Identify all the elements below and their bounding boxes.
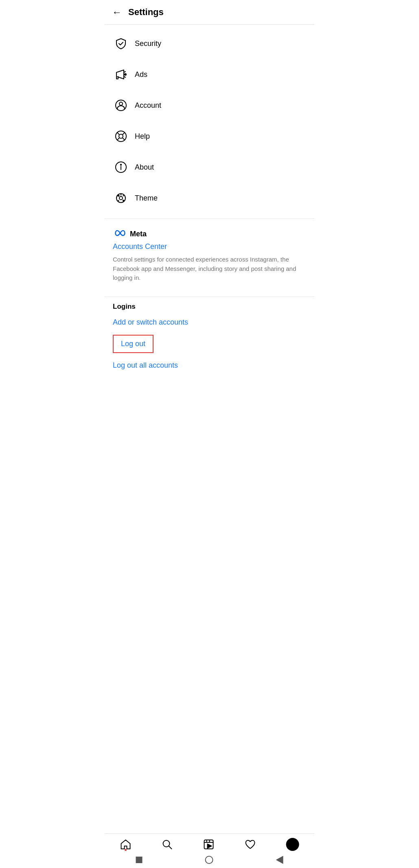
- meta-infinity-icon: [113, 229, 127, 239]
- logout-button-wrapper[interactable]: Log out: [113, 335, 154, 353]
- svg-line-10: [118, 138, 119, 140]
- security-icon: [113, 35, 129, 52]
- logout-button[interactable]: Log out: [121, 340, 145, 348]
- logout-all-accounts-link[interactable]: Log out all accounts: [113, 361, 306, 370]
- divider: [105, 218, 314, 219]
- svg-line-11: [123, 138, 125, 140]
- svg-point-6: [116, 131, 126, 142]
- header: ← Settings: [105, 0, 314, 25]
- ads-label: Ads: [135, 70, 147, 79]
- account-icon: [113, 97, 129, 113]
- meta-section: Meta Accounts Center Control settings fo…: [105, 220, 314, 295]
- logins-section: Logins Add or switch accounts Log out Lo…: [105, 299, 314, 378]
- menu-item-ads[interactable]: Ads: [105, 59, 314, 90]
- security-label: Security: [135, 39, 161, 48]
- svg-line-8: [118, 133, 119, 135]
- meta-logo-row: Meta: [113, 229, 306, 239]
- logins-title: Logins: [113, 303, 306, 311]
- about-label: About: [135, 163, 154, 172]
- help-label: Help: [135, 132, 150, 141]
- account-label: Account: [135, 101, 161, 110]
- svg-point-21: [121, 194, 122, 196]
- svg-point-16: [119, 196, 123, 200]
- page-title: Settings: [128, 7, 164, 17]
- theme-icon: [113, 190, 129, 206]
- meta-description: Control settings for connected experienc…: [113, 255, 306, 283]
- svg-point-20: [123, 200, 124, 201]
- help-icon: [113, 128, 129, 144]
- back-button[interactable]: ←: [112, 7, 122, 18]
- svg-point-19: [118, 200, 119, 201]
- menu-item-account[interactable]: Account: [105, 90, 314, 121]
- add-switch-accounts-link[interactable]: Add or switch accounts: [113, 318, 306, 327]
- about-icon: [113, 159, 129, 175]
- divider-2: [105, 297, 314, 297]
- svg-point-5: [119, 102, 123, 105]
- theme-label: Theme: [135, 194, 158, 203]
- menu-item-security[interactable]: Security: [105, 28, 314, 59]
- svg-line-9: [123, 133, 125, 135]
- menu-item-help[interactable]: Help: [105, 121, 314, 152]
- menu-item-theme[interactable]: Theme: [105, 183, 314, 214]
- settings-menu: Security Ads Account: [105, 25, 314, 217]
- svg-point-7: [119, 134, 123, 138]
- svg-point-14: [121, 164, 121, 165]
- meta-logo-text: Meta: [130, 230, 147, 238]
- accounts-center-link[interactable]: Accounts Center: [113, 242, 306, 251]
- menu-item-about[interactable]: About: [105, 152, 314, 183]
- svg-point-18: [123, 195, 124, 196]
- svg-point-17: [118, 195, 120, 197]
- ads-icon: [113, 66, 129, 83]
